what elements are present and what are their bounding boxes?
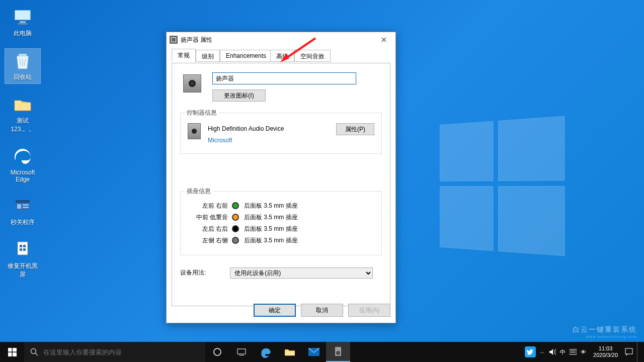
device-usage-select[interactable]: 使用此设备(启用) xyxy=(230,267,373,279)
svg-rect-17 xyxy=(8,348,12,352)
taskbar-pinned xyxy=(205,342,350,362)
pc-icon xyxy=(13,7,33,27)
close-icon xyxy=(381,37,386,42)
desktop-icon-label: 此电脑 xyxy=(14,29,32,38)
device-name-input[interactable] xyxy=(212,72,356,84)
jack-row: 左后 右后后面板 3.5 mm 插座 xyxy=(188,225,374,233)
folder-icon xyxy=(13,95,33,115)
speaker-icon xyxy=(170,36,178,44)
edge-icon xyxy=(260,346,272,358)
svg-rect-9 xyxy=(23,207,29,208)
apply-button[interactable]: 应用(A) xyxy=(348,304,390,317)
controller-vendor: Microsoft xyxy=(208,135,284,146)
taskbar-edge[interactable] xyxy=(254,342,278,362)
folder-icon xyxy=(284,347,295,356)
show-desktop-button[interactable] xyxy=(637,342,640,362)
controller-properties-button[interactable]: 属性(P) xyxy=(336,123,374,135)
svg-rect-18 xyxy=(13,348,17,352)
svg-point-29 xyxy=(336,351,340,355)
tab-general[interactable]: 常规 xyxy=(172,49,196,62)
cancel-button[interactable]: 取消 xyxy=(301,304,343,317)
svg-rect-8 xyxy=(23,204,29,206)
watermark: 白云一键重装系统 www.baiyunxitong.com xyxy=(573,325,637,339)
desktop-icon-shutdown-app[interactable]: 秒关程序 xyxy=(5,194,40,229)
jack-dot-black xyxy=(232,225,239,232)
svg-rect-1 xyxy=(20,21,26,23)
group-legend: 控制器信息 xyxy=(185,109,219,117)
jack-row: 中前 低重音后面板 3.5 mm 插座 xyxy=(188,213,374,222)
system-tray: ︿ 中 👁 11:03 2020/3/20 xyxy=(525,342,644,362)
desktop-icon-column: 此电脑 回收站 测试123.。。 Microsoft Edge 秒关程序 修复开… xyxy=(5,5,40,281)
search-icon xyxy=(30,348,38,356)
close-button[interactable] xyxy=(375,34,392,46)
svg-rect-11 xyxy=(20,245,22,247)
desktop-icon-label: Microsoft Edge xyxy=(5,169,40,183)
svg-rect-24 xyxy=(237,349,246,354)
group-legend: 插座信息 xyxy=(185,187,213,196)
jack-dot-grey xyxy=(232,237,239,244)
taskbar-search[interactable] xyxy=(24,342,205,362)
svg-rect-35 xyxy=(625,348,632,354)
device-usage-row: 设备用法: 使用此设备(启用) xyxy=(180,267,382,279)
task-view-button[interactable] xyxy=(205,342,229,362)
keyboard-icon[interactable] xyxy=(570,348,577,355)
svg-rect-25 xyxy=(239,355,244,355)
desktop-icon-label: 测试123.。。 xyxy=(5,117,40,134)
svg-point-21 xyxy=(31,349,36,354)
desktop-icon-repair-boot[interactable]: 修复开机黑屏 xyxy=(5,238,40,281)
mail-icon xyxy=(308,348,319,356)
desktop-icon-folder-test[interactable]: 测试123.。。 xyxy=(5,93,40,136)
desktop-icon-edge[interactable]: Microsoft Edge xyxy=(5,145,40,185)
desktop-icon-label: 回收站 xyxy=(14,73,32,81)
change-icon-button[interactable]: 更改图标(I) xyxy=(212,89,266,102)
svg-rect-2 xyxy=(18,23,28,25)
repair-icon xyxy=(13,240,33,260)
tray-chevron-icon[interactable]: ︿ xyxy=(540,348,545,355)
desktop-icon-this-pc[interactable]: 此电脑 xyxy=(5,5,40,40)
svg-rect-6 xyxy=(16,200,30,203)
edge-icon xyxy=(13,147,33,167)
tab-advanced[interactable]: 高级 xyxy=(270,50,294,62)
jack-row: 左侧 右侧后面板 3.5 mm 插座 xyxy=(188,236,374,245)
dialog-title: 扬声器 属性 xyxy=(181,36,212,44)
dialog-titlebar[interactable]: 扬声器 属性 xyxy=(167,32,395,47)
speaker-small-icon xyxy=(334,346,343,357)
dialog-button-row: 确定 取消 应用(A) xyxy=(254,304,390,317)
svg-rect-19 xyxy=(8,352,12,356)
taskbar-sound-settings[interactable] xyxy=(326,342,350,362)
svg-rect-13 xyxy=(20,248,22,251)
svg-rect-26 xyxy=(285,351,295,355)
start-button[interactable] xyxy=(0,342,24,362)
svg-rect-31 xyxy=(570,349,577,354)
device-icon xyxy=(183,74,201,93)
tab-spatial[interactable]: 空间音效 xyxy=(294,50,331,62)
action-center-icon[interactable] xyxy=(625,348,633,356)
svg-rect-14 xyxy=(23,248,26,251)
tab-enhancements[interactable]: Enhancements xyxy=(220,50,272,62)
desktop-icon-label: 修复开机黑屏 xyxy=(5,262,40,279)
volume-icon[interactable] xyxy=(549,348,556,355)
windows-logo-graphic xyxy=(440,116,565,256)
task-view-button[interactable] xyxy=(229,342,254,362)
task-view-icon xyxy=(237,348,246,355)
tab-strip: 常规 级别 Enhancements 高级 空间音效 xyxy=(172,50,390,63)
taskbar-clock[interactable]: 11:03 2020/3/20 xyxy=(590,345,621,358)
svg-rect-20 xyxy=(13,352,17,356)
tray-misc-icon[interactable]: 👁 xyxy=(581,349,586,355)
jack-info-group: 插座信息 左前 右前后面板 3.5 mm 插座 中前 低重音后面板 3.5 mm… xyxy=(180,191,382,255)
desktop-icon-recycle-bin[interactable]: 回收站 xyxy=(5,49,40,83)
tab-body-general: 更改图标(I) 控制器信息 High Definition Audio Devi… xyxy=(172,63,390,306)
usage-label: 设备用法: xyxy=(180,268,206,277)
ime-indicator[interactable]: 中 xyxy=(560,348,566,356)
app-icon xyxy=(13,196,33,216)
tab-levels[interactable]: 级别 xyxy=(196,50,220,62)
taskbar-mail[interactable] xyxy=(302,342,326,362)
search-input[interactable] xyxy=(43,348,199,356)
tray-app-icon[interactable] xyxy=(525,346,536,357)
svg-point-23 xyxy=(214,348,221,355)
svg-rect-0 xyxy=(15,10,31,20)
cortana-icon xyxy=(212,348,222,356)
ok-button[interactable]: 确定 xyxy=(254,304,296,317)
taskbar-explorer[interactable] xyxy=(278,342,302,362)
controller-info-group: 控制器信息 High Definition Audio Device Micro… xyxy=(180,113,382,154)
